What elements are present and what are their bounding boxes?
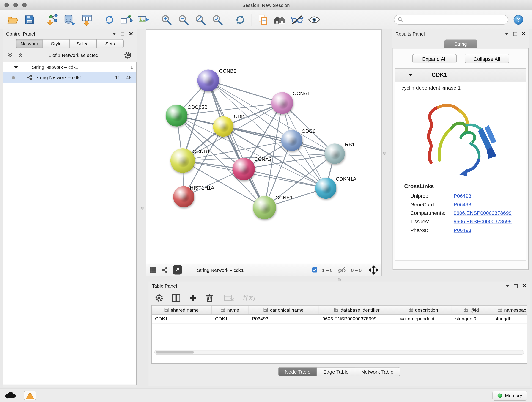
right-splitter-handle[interactable] xyxy=(383,152,386,155)
zoom-out-button[interactable] xyxy=(175,12,192,27)
network-node-CDC6[interactable] xyxy=(281,130,302,151)
panel-menu-icon[interactable] xyxy=(505,32,509,35)
crosslink-value-link[interactable]: 9606.ENSP00000378699 xyxy=(454,210,512,216)
collapse-all-button[interactable]: Collapse All xyxy=(465,54,509,64)
copy-document-button[interactable] xyxy=(254,12,272,27)
selected-nodes-checkbox[interactable] xyxy=(312,267,317,272)
crosslink-value-link[interactable]: P06493 xyxy=(454,227,471,233)
pan-tool-icon[interactable] xyxy=(369,265,378,274)
memory-button[interactable]: Memory xyxy=(493,390,527,400)
table-settings-button[interactable] xyxy=(155,293,164,302)
panel-close-icon[interactable]: ✕ xyxy=(129,31,133,36)
tab-select[interactable]: Select xyxy=(70,39,97,48)
panel-float-icon[interactable] xyxy=(513,32,517,36)
horizontal-splitter-handle[interactable] xyxy=(338,278,341,281)
import-network-from-file-button[interactable] xyxy=(44,12,61,27)
home-button[interactable] xyxy=(272,12,289,27)
network-row[interactable]: String Network – cdk1 11 48 xyxy=(3,72,136,83)
network-canvas[interactable]: CCNB2CCNA1CDC25BCDK1CDC6RB1CCNB1CCNA2CDK… xyxy=(146,30,381,263)
import-network-from-database-button[interactable] xyxy=(61,12,78,27)
panel-menu-icon[interactable] xyxy=(505,285,509,287)
refresh-button[interactable] xyxy=(232,12,249,27)
new-network-button[interactable] xyxy=(101,12,118,27)
open-session-button[interactable] xyxy=(4,12,21,27)
network-edge-CCNB2-CCNA1[interactable] xyxy=(208,80,282,103)
column-header-description[interactable]: description xyxy=(395,306,452,314)
crosslink-value-link[interactable]: P06493 xyxy=(454,193,471,199)
left-splitter-handle[interactable] xyxy=(141,206,144,210)
tab-node-table[interactable]: Node Table xyxy=(278,367,317,376)
close-window-button[interactable] xyxy=(4,3,9,7)
tab-edge-table[interactable]: Edge Table xyxy=(317,367,355,376)
expand-all-button[interactable]: Expand All xyxy=(412,54,456,64)
table-cell[interactable]: P06493 xyxy=(248,315,319,323)
network-node-CDK1[interactable] xyxy=(213,116,234,137)
collapse-section-icon[interactable] xyxy=(408,74,413,76)
panel-float-icon[interactable] xyxy=(514,284,518,288)
tab-network-table[interactable]: Network Table xyxy=(355,367,400,376)
new-network-from-selection-button[interactable] xyxy=(118,12,135,27)
network-node-RB1[interactable] xyxy=(324,143,345,164)
minimize-window-button[interactable] xyxy=(13,3,18,7)
open-birdseye-button[interactable] xyxy=(173,265,182,274)
crosslink-value-link[interactable]: P06493 xyxy=(454,201,471,207)
column-header-namespac[interactable]: namespac xyxy=(491,306,527,314)
network-collection-row[interactable]: String Network – cdk1 1 xyxy=(3,62,136,72)
save-session-button[interactable] xyxy=(21,12,38,27)
table-cell[interactable]: CDK1 xyxy=(212,315,249,323)
crosslink-value-link[interactable]: 9606.ENSP00000378699 xyxy=(454,218,512,224)
cloud-status-icon[interactable] xyxy=(5,391,17,400)
expand-all-networks-icon[interactable] xyxy=(7,52,13,58)
table-cell[interactable]: CDK1 xyxy=(152,315,212,323)
export-image-button[interactable] xyxy=(135,12,152,27)
network-node-CCNA1[interactable] xyxy=(271,92,293,114)
show-all-button[interactable] xyxy=(306,12,323,27)
hide-selected-button[interactable] xyxy=(289,12,306,27)
tab-style[interactable]: Style xyxy=(43,39,70,48)
collapse-collection-icon[interactable] xyxy=(14,66,18,68)
panel-float-icon[interactable] xyxy=(120,32,124,36)
scrollbar-thumb[interactable] xyxy=(156,351,194,353)
panel-close-icon[interactable]: ✕ xyxy=(522,283,526,289)
collapse-all-networks-icon[interactable] xyxy=(18,52,23,58)
tab-network[interactable]: Network xyxy=(16,39,43,48)
network-options-gear-icon[interactable] xyxy=(124,51,132,59)
gene-section-header[interactable]: CDK1 xyxy=(395,69,526,82)
delete-column-button[interactable] xyxy=(205,293,214,302)
column-header-name[interactable]: name xyxy=(212,306,249,314)
network-node-CDKN1A[interactable] xyxy=(315,178,336,199)
add-column-button[interactable] xyxy=(189,294,197,302)
maximize-window-button[interactable] xyxy=(22,3,27,7)
column-header-shared-name[interactable]: shared name xyxy=(152,306,212,314)
import-table-from-file-button[interactable] xyxy=(78,12,95,27)
table-cell[interactable]: stringdb xyxy=(491,315,527,323)
network-node-CCNB2[interactable] xyxy=(197,70,219,91)
column-header--id[interactable]: @id xyxy=(452,306,491,314)
tab-string[interactable]: String xyxy=(444,40,477,48)
network-node-CDC25B[interactable] xyxy=(166,105,187,127)
search-input[interactable] xyxy=(405,17,505,22)
table-horizontal-scrollbar[interactable] xyxy=(154,350,524,355)
help-button[interactable]: ? xyxy=(514,15,523,25)
tab-sets[interactable]: Sets xyxy=(96,39,124,48)
network-edge-CCNA2-CDKN1A[interactable] xyxy=(244,169,326,188)
table-cell[interactable]: cyclin-dependent ... xyxy=(395,315,452,323)
panel-close-icon[interactable]: ✕ xyxy=(521,31,526,36)
network-edge-CCNB2-CCNE1[interactable] xyxy=(208,80,264,208)
show-columns-button[interactable] xyxy=(172,293,181,302)
column-header-database-identifier[interactable]: database identifier xyxy=(319,306,395,314)
network-share-icon[interactable] xyxy=(161,266,168,273)
warnings-button[interactable] xyxy=(24,391,36,400)
network-node-CCNE1[interactable] xyxy=(253,196,276,219)
search-box[interactable] xyxy=(394,15,508,25)
table-cell[interactable]: stringdb:9... xyxy=(452,315,491,323)
panel-menu-icon[interactable] xyxy=(112,32,116,35)
column-header-canonical-name[interactable]: canonical name xyxy=(248,306,319,314)
zoom-in-button[interactable] xyxy=(158,12,175,27)
zoom-selected-button[interactable] xyxy=(209,12,226,27)
table-cell[interactable]: 9606.ENSP00000378699 xyxy=(319,315,395,323)
birdseye-grid-icon[interactable] xyxy=(150,266,157,273)
zoom-fit-button[interactable] xyxy=(192,12,209,27)
table-row[interactable]: CDK1CDK1P064939606.ENSP00000378699cyclin… xyxy=(152,315,527,324)
network-node-CCNB1[interactable] xyxy=(171,148,195,173)
